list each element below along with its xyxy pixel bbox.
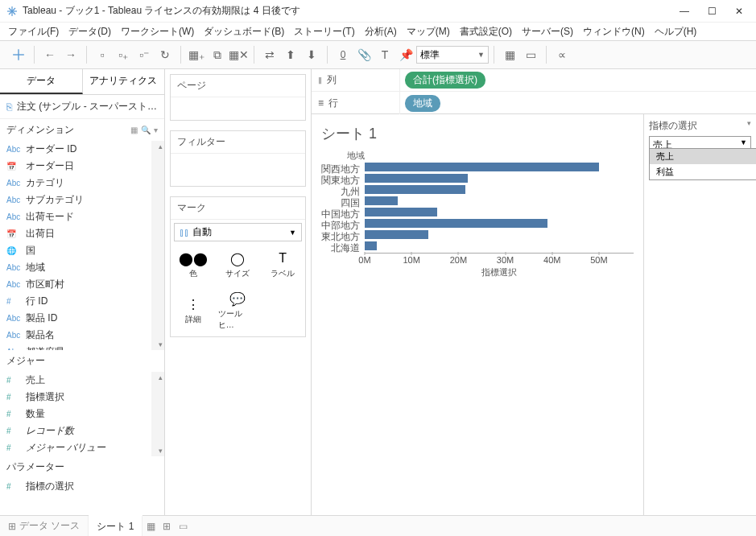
maximize-button[interactable]: ☐ xyxy=(706,6,717,17)
mark-cell[interactable]: Tラベル xyxy=(260,245,305,285)
mark-label: ラベル xyxy=(271,268,295,279)
bar[interactable] xyxy=(365,174,468,183)
highlight-button[interactable]: 0 xyxy=(333,44,353,65)
duplicate-button[interactable]: ⧉ xyxy=(207,44,228,65)
tableau-icon[interactable] xyxy=(8,44,29,65)
bar[interactable] xyxy=(365,230,428,239)
minimize-button[interactable]: — xyxy=(679,6,690,17)
scroll-down-icon[interactable]: ▾ xyxy=(159,447,163,455)
field-row[interactable]: Abcサブカテゴリ xyxy=(0,192,164,208)
redo-button[interactable]: → xyxy=(60,44,81,65)
undo-button[interactable]: ← xyxy=(39,44,60,65)
field-row[interactable]: #指標の選択 xyxy=(0,478,164,495)
datasource-tab-label: データ ソース xyxy=(19,519,80,533)
new-worksheet-button[interactable]: ▦ xyxy=(143,521,159,532)
group-button[interactable]: 📎 xyxy=(353,44,374,65)
menu-icon[interactable]: ▾ xyxy=(154,126,158,134)
window-controls: — ☐ ✕ xyxy=(679,6,750,17)
mark-cell[interactable]: ⋮詳細 xyxy=(171,285,216,336)
save-button[interactable]: ▫ xyxy=(92,44,113,65)
presentation-button[interactable]: ▭ xyxy=(520,44,541,65)
field-row[interactable]: #売上 xyxy=(0,372,164,389)
parameter-option[interactable]: 売上 xyxy=(650,149,756,164)
bar[interactable] xyxy=(365,219,547,228)
new-sheet-button[interactable]: ▦₊ xyxy=(186,44,207,65)
field-row[interactable]: #メジャー バリュー xyxy=(0,439,164,456)
field-row[interactable]: Abc製品 ID xyxy=(0,310,164,327)
view-icon[interactable]: ▦ xyxy=(130,126,138,134)
field-row[interactable]: Abc地域 xyxy=(0,259,164,276)
scroll-up-icon[interactable]: ▴ xyxy=(159,373,163,381)
field-row[interactable]: Abc都道府県 xyxy=(0,344,164,350)
menu-format[interactable]: 書式設定(O) xyxy=(455,23,517,40)
share-button[interactable]: ∝ xyxy=(552,44,572,65)
menu-window[interactable]: ウィンドウ(N) xyxy=(578,23,650,40)
field-row[interactable]: Abc製品名 xyxy=(0,327,164,344)
bar[interactable] xyxy=(365,208,437,216)
field-row[interactable]: Abc市区町村 xyxy=(0,276,164,293)
rows-pill[interactable]: 地域 xyxy=(405,95,440,112)
field-row[interactable]: Abcオーダー ID xyxy=(0,141,164,158)
tab-datasource[interactable]: ⊞ データ ソース xyxy=(0,516,89,536)
menu-server[interactable]: サーバー(S) xyxy=(517,23,578,40)
field-row[interactable]: 📅出荷日 xyxy=(0,225,164,242)
parameter-option[interactable]: 利益 xyxy=(650,164,756,179)
menu-file[interactable]: ファイル(F) xyxy=(3,23,64,40)
field-row[interactable]: 🌐国 xyxy=(0,242,164,259)
fit-dropdown[interactable]: 標準 ▼ xyxy=(416,46,489,64)
new-story-button[interactable]: ▭ xyxy=(175,521,191,532)
swap-button[interactable]: ⇄ xyxy=(259,44,280,65)
field-name: サブカテゴリ xyxy=(26,193,84,207)
menu-dashboard[interactable]: ダッシュボード(B) xyxy=(199,23,289,40)
menu-data[interactable]: データ(D) xyxy=(64,23,116,40)
field-row[interactable]: 📅オーダー日 xyxy=(0,158,164,175)
mark-type-dropdown[interactable]: ⫿⫿ 自動 ▼ xyxy=(174,223,302,241)
pause-auto-updates-button[interactable]: ▫⁻ xyxy=(134,44,155,65)
new-datasource-button[interactable]: ▫₊ xyxy=(113,44,134,65)
field-row[interactable]: #行 ID xyxy=(0,293,164,310)
scroll-down-icon[interactable]: ▾ xyxy=(159,340,163,348)
scroll-up-icon[interactable]: ▴ xyxy=(159,142,163,150)
show-me-button[interactable]: ▦ xyxy=(499,44,520,65)
datasource-name: 注文 (サンプル - スーパースト… xyxy=(17,100,157,113)
mark-cell[interactable]: ◯サイズ xyxy=(216,245,261,285)
bar[interactable] xyxy=(365,196,398,205)
datasource-row[interactable]: ⎘ 注文 (サンプル - スーパースト… xyxy=(0,95,164,119)
y-tick-label: 九州 xyxy=(321,186,365,197)
tab-sheet1[interactable]: シート 1 xyxy=(89,515,143,536)
menu-worksheet[interactable]: ワークシート(W) xyxy=(116,23,199,40)
columns-pill[interactable]: 合計(指標選択) xyxy=(405,72,485,89)
mark-cell[interactable]: 💬ツールヒ… xyxy=(216,285,261,336)
tab-data[interactable]: データ xyxy=(0,69,83,94)
close-button[interactable]: ✕ xyxy=(733,6,745,17)
rows-shelf[interactable]: ≡ 行 地域 xyxy=(312,92,756,114)
sort-asc-button[interactable]: ⬆ xyxy=(280,44,301,65)
field-row[interactable]: Abcカテゴリ xyxy=(0,175,164,192)
mark-cell[interactable]: ⬤⬤色 xyxy=(171,245,216,285)
sheet-title[interactable]: シート 1 xyxy=(321,121,634,150)
show-labels-button[interactable]: T xyxy=(374,44,395,65)
clear-sheet-button[interactable]: ▦✕ xyxy=(228,44,249,65)
field-row[interactable]: #指標選択 xyxy=(0,389,164,406)
field-row[interactable]: #レコード数 xyxy=(0,423,164,439)
field-row[interactable]: #数量 xyxy=(0,406,164,423)
menu-help[interactable]: ヘルプ(H) xyxy=(650,23,702,40)
caret-down-icon: ▼ xyxy=(477,51,485,59)
new-dashboard-button[interactable]: ⊞ xyxy=(159,521,175,532)
refresh-button[interactable]: ↻ xyxy=(155,44,176,65)
search-icon[interactable]: 🔍 xyxy=(141,126,151,134)
menu-analysis[interactable]: 分析(A) xyxy=(360,23,402,40)
tab-analytics[interactable]: アナリティクス xyxy=(83,69,165,94)
columns-shelf[interactable]: ⦀ 列 合計(指標選択) xyxy=(312,69,756,92)
menu-map[interactable]: マップ(M) xyxy=(402,23,455,40)
menu-story[interactable]: ストーリー(T) xyxy=(289,23,359,40)
caret-down-icon[interactable]: ▾ xyxy=(747,119,751,133)
bar[interactable] xyxy=(365,241,377,250)
bar[interactable] xyxy=(365,185,465,194)
bar[interactable] xyxy=(365,163,599,171)
field-type-icon: Abc xyxy=(6,179,21,188)
pin-button[interactable]: 📌 xyxy=(395,44,416,65)
field-row[interactable]: Abc出荷モード xyxy=(0,208,164,225)
mark-label: サイズ xyxy=(225,268,250,279)
sort-desc-button[interactable]: ⬇ xyxy=(301,44,322,65)
